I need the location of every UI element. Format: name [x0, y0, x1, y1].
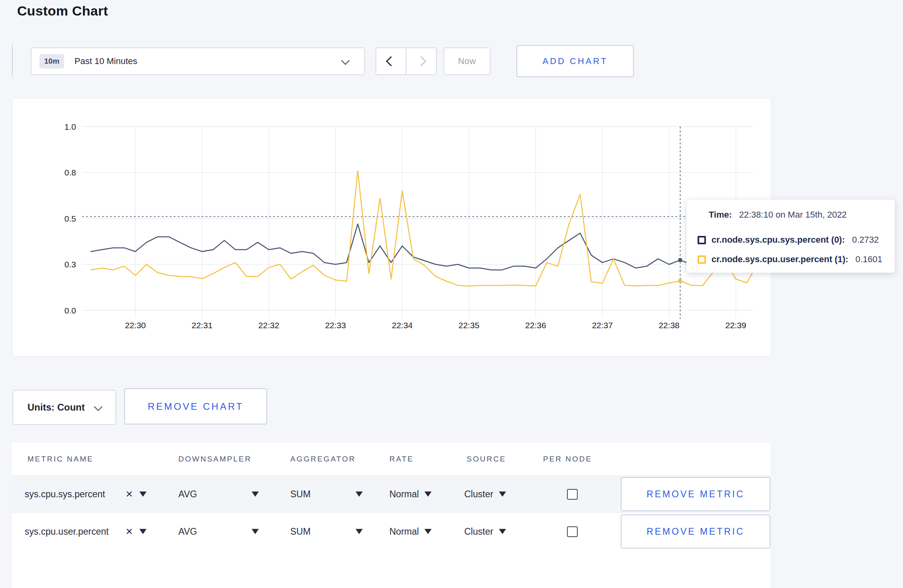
svg-text:22:33: 22:33: [325, 321, 346, 330]
table-row: sys.cpu.sys.percent✕AVGSUMNormalClusterR…: [12, 475, 770, 513]
svg-text:22:36: 22:36: [525, 321, 546, 330]
svg-text:0.8: 0.8: [64, 168, 76, 177]
prev-timeframe-button[interactable]: [375, 47, 407, 75]
tooltip-time-row: Time: 22:38:10 on Mar 15th, 2022: [709, 210, 847, 220]
dropdown-caret-icon[interactable]: [252, 529, 259, 534]
svg-text:0.3: 0.3: [64, 260, 76, 269]
rate-value[interactable]: Normal: [389, 526, 432, 537]
svg-text:22:31: 22:31: [192, 321, 213, 330]
dropdown-caret-icon[interactable]: [139, 492, 147, 497]
svg-text:1.0: 1.0: [64, 122, 76, 131]
dropdown-caret-icon: [424, 492, 432, 497]
dropdown-caret-icon[interactable]: [356, 492, 363, 497]
tooltip-series-value: 0.1601: [856, 254, 882, 265]
svg-text:0.5: 0.5: [64, 214, 76, 223]
now-button[interactable]: Now: [444, 47, 491, 75]
tooltip-series-row: cr.node.sys.cpu.sys.percent (0):0.2732: [698, 235, 879, 245]
chevron-left-icon: [386, 56, 396, 66]
table-row: sys.cpu.user.percent✕AVGSUMNormalCluster…: [12, 513, 770, 550]
downsampler-value[interactable]: AVG: [178, 526, 197, 537]
metric-name-value[interactable]: sys.cpu.user.percent: [25, 526, 109, 537]
aggregator-value[interactable]: SUM: [290, 526, 311, 537]
tooltip-series-label: cr.node.sys.cpu.sys.percent (0):: [711, 235, 845, 245]
aggregator-value[interactable]: SUM: [290, 489, 311, 500]
svg-text:22:32: 22:32: [258, 321, 280, 330]
svg-text:22:37: 22:37: [592, 321, 613, 330]
add-chart-button[interactable]: ADD CHART: [516, 45, 634, 77]
table-header-aggregator: AGGREGATOR: [290, 455, 356, 463]
next-timeframe-button[interactable]: [406, 47, 437, 75]
clear-metric-icon[interactable]: ✕: [125, 526, 133, 537]
timeframe-select[interactable]: 10m Past 10 Minutes: [31, 47, 365, 75]
remove-metric-button[interactable]: REMOVE METRIC: [621, 514, 770, 549]
dropdown-caret-icon: [499, 492, 506, 497]
dropdown-caret-icon[interactable]: [139, 529, 147, 534]
time-nav-group: [375, 47, 437, 75]
chevron-down-icon: [94, 402, 102, 411]
timeframe-badge: 10m: [39, 54, 64, 68]
chevron-down-icon: [341, 56, 350, 65]
tooltip-series-value: 0.2732: [852, 235, 879, 245]
dropdown-caret-icon[interactable]: [252, 492, 259, 497]
chevron-right-icon: [416, 56, 426, 66]
rate-value[interactable]: Normal: [389, 489, 432, 500]
units-select[interactable]: Units: Count: [12, 390, 116, 425]
svg-text:22:30: 22:30: [125, 321, 146, 330]
per-node-checkbox[interactable]: [567, 489, 578, 500]
table-header-per-node: PER NODE: [543, 455, 592, 463]
metric-name-value[interactable]: sys.cpu.sys.percent: [25, 489, 105, 500]
chart-tooltip: Time: 22:38:10 on Mar 15th, 2022 cr.node…: [686, 199, 895, 273]
tooltip-time-value: 22:38:10 on Mar 15th, 2022: [739, 210, 846, 220]
clear-metric-icon[interactable]: ✕: [125, 489, 133, 500]
dropdown-caret-icon: [424, 529, 432, 534]
svg-text:0.0: 0.0: [64, 306, 76, 315]
svg-text:22:34: 22:34: [392, 321, 413, 330]
chart-card: 0.00.30.50.81.022:3022:3122:3222:3322:34…: [12, 98, 771, 356]
units-label: Units: Count: [27, 402, 85, 413]
dropdown-caret-icon: [499, 529, 506, 534]
table-header-metric-name: METRIC NAME: [27, 455, 94, 463]
metrics-table: METRIC NAMEDOWNSAMPLERAGGREGATORRATESOUR…: [12, 443, 770, 588]
svg-text:22:38: 22:38: [659, 321, 680, 330]
series-swatch-icon: [698, 236, 706, 244]
svg-text:22:35: 22:35: [459, 321, 480, 330]
dropdown-caret-icon[interactable]: [356, 529, 363, 534]
page-title: Custom Chart: [17, 3, 108, 19]
timeframe-label: Past 10 Minutes: [74, 56, 137, 66]
tooltip-series-row: cr.node.sys.cpu.user.percent (1):0.1601: [698, 254, 882, 265]
remove-chart-button[interactable]: REMOVE CHART: [124, 388, 267, 424]
table-header-downsampler: DOWNSAMPLER: [178, 455, 252, 463]
table-header-rate: RATE: [389, 455, 414, 463]
remove-metric-button[interactable]: REMOVE METRIC: [621, 477, 770, 511]
table-header-source: SOURCE: [467, 455, 506, 463]
tooltip-series-label: cr.node.sys.cpu.user.percent (1):: [711, 254, 848, 265]
tooltip-time-label: Time:: [709, 210, 732, 220]
svg-text:22:39: 22:39: [725, 321, 747, 330]
toolbar-divider: [12, 45, 13, 76]
per-node-checkbox[interactable]: [567, 526, 578, 537]
cpu-chart[interactable]: 0.00.30.50.81.022:3022:3122:3222:3322:34…: [12, 98, 771, 356]
downsampler-value[interactable]: AVG: [178, 489, 197, 500]
source-value[interactable]: Cluster: [464, 489, 506, 500]
source-value[interactable]: Cluster: [464, 526, 506, 537]
series-swatch-icon: [698, 255, 706, 264]
